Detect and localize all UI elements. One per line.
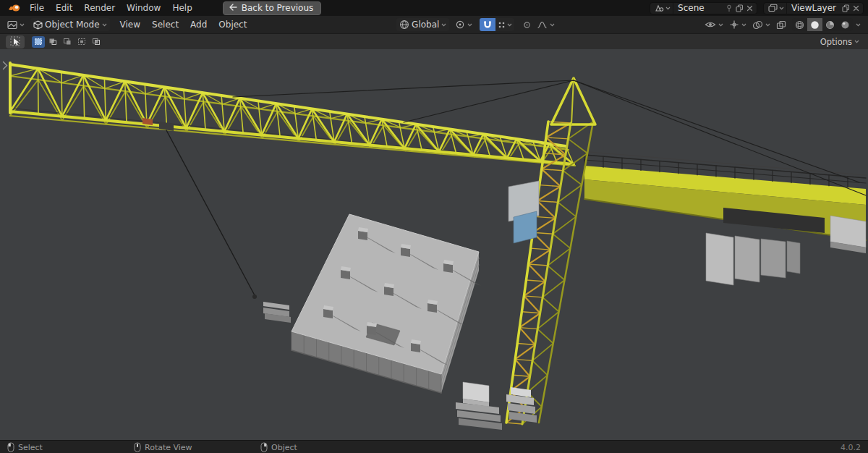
status-bar: Select Rotate View Object 4.0.2 bbox=[0, 440, 868, 453]
status-hint-object: Object bbox=[260, 442, 297, 452]
new-viewlayer-button[interactable] bbox=[841, 4, 851, 12]
back-to-previous-label: Back to Previous bbox=[242, 3, 314, 13]
back-icon bbox=[229, 4, 238, 12]
snapping-group bbox=[480, 18, 514, 31]
overlays-dropdown[interactable] bbox=[749, 18, 773, 31]
snap-settings-dropdown[interactable] bbox=[495, 18, 514, 31]
solid-sphere-icon bbox=[810, 20, 820, 30]
pivot-point-selector[interactable] bbox=[452, 18, 475, 31]
menu-add[interactable]: Add bbox=[184, 18, 213, 31]
pivot-icon bbox=[455, 20, 465, 30]
menu-select[interactable]: Select bbox=[146, 18, 184, 31]
select-mode-subtract-button[interactable] bbox=[61, 36, 74, 48]
menu-edit[interactable]: Edit bbox=[50, 1, 78, 14]
chevron-down-icon bbox=[741, 23, 746, 27]
menu-render[interactable]: Render bbox=[78, 1, 121, 14]
magnet-icon bbox=[483, 20, 492, 30]
viewport-editor-icon bbox=[7, 20, 17, 30]
xray-toggle[interactable] bbox=[773, 18, 789, 31]
rendered-sphere-icon bbox=[841, 20, 850, 30]
select-mode-intersect-button[interactable] bbox=[90, 36, 103, 48]
visibility-dropdown[interactable] bbox=[702, 18, 726, 31]
chevron-down-icon bbox=[665, 7, 671, 10]
scene-name[interactable]: Scene bbox=[673, 3, 724, 13]
viewport-3d-scene[interactable] bbox=[0, 49, 868, 440]
chevron-down-icon bbox=[854, 40, 859, 43]
object-mode-icon bbox=[33, 20, 43, 30]
viewlayer-name[interactable]: ViewLayer bbox=[787, 3, 841, 13]
menu-view[interactable]: View bbox=[114, 18, 146, 31]
gizmo-icon bbox=[729, 20, 739, 30]
xray-icon bbox=[776, 20, 786, 30]
crane-tower bbox=[506, 78, 595, 424]
status-hint-rotate-view: Rotate View bbox=[134, 442, 192, 452]
blender-menu-button[interactable] bbox=[4, 4, 24, 12]
viewlayer-browse-button[interactable] bbox=[766, 3, 787, 14]
proportional-editing-toggle[interactable] bbox=[520, 18, 534, 31]
select-mode-group bbox=[32, 36, 103, 48]
chevron-down-icon bbox=[441, 23, 446, 27]
shading-wireframe-button[interactable] bbox=[792, 18, 807, 31]
options-dropdown[interactable]: Options bbox=[817, 35, 862, 48]
overlays-icon bbox=[752, 20, 763, 30]
menu-window[interactable]: Window bbox=[121, 1, 166, 14]
scene-browse-button[interactable] bbox=[652, 3, 673, 14]
status-hint-label: Select bbox=[18, 443, 43, 452]
blender-logo-icon bbox=[8, 4, 20, 12]
viewport-3d[interactable] bbox=[0, 49, 868, 440]
hoist-cable bbox=[166, 130, 257, 299]
close-icon[interactable] bbox=[851, 5, 861, 12]
blender-window: File Edit Render Window Help Back to Pre… bbox=[0, 0, 868, 453]
falloff-selector[interactable] bbox=[534, 18, 558, 31]
blender-version: 4.0.2 bbox=[841, 443, 861, 452]
crane-jib bbox=[10, 63, 575, 166]
chevron-down-icon bbox=[765, 23, 770, 27]
select-box-cursor-icon bbox=[10, 36, 21, 47]
material-sphere-icon bbox=[825, 20, 835, 30]
eye-icon bbox=[705, 20, 716, 29]
menu-object[interactable]: Object bbox=[213, 18, 252, 31]
shading-solid-button[interactable] bbox=[807, 18, 822, 31]
orientation-selector[interactable]: Global bbox=[396, 18, 449, 31]
select-mode-set-button[interactable] bbox=[32, 36, 45, 48]
status-hint-select: Select bbox=[7, 442, 43, 452]
falloff-curve-icon bbox=[537, 21, 548, 29]
back-to-previous-button[interactable]: Back to Previous bbox=[223, 1, 322, 15]
mode-selector[interactable]: Object Mode bbox=[30, 18, 110, 31]
status-hint-label: Object bbox=[271, 443, 297, 452]
wireframe-sphere-icon bbox=[795, 20, 804, 30]
chevron-down-icon bbox=[779, 7, 784, 10]
mouse-middle-icon bbox=[134, 442, 141, 452]
viewlayer-icon bbox=[768, 4, 778, 12]
proportional-editing-icon bbox=[523, 21, 531, 29]
shading-rendered-button[interactable] bbox=[838, 18, 853, 31]
new-scene-button[interactable] bbox=[734, 4, 745, 12]
close-icon[interactable] bbox=[745, 5, 754, 12]
chevron-down-icon bbox=[467, 23, 472, 27]
select-mode-extend-button[interactable] bbox=[46, 36, 59, 48]
orientation-label: Global bbox=[412, 20, 439, 30]
tool-settings-bar: Options bbox=[0, 34, 868, 49]
menu-file[interactable]: File bbox=[24, 1, 50, 14]
chevron-down-icon bbox=[856, 23, 861, 27]
snap-settings-icon bbox=[498, 21, 506, 29]
chevron-down-icon bbox=[550, 23, 555, 27]
shading-material-button[interactable] bbox=[822, 18, 838, 31]
concrete-building bbox=[292, 214, 481, 393]
gizmos-dropdown[interactable] bbox=[726, 18, 749, 31]
toolbar-expand-arrow[interactable] bbox=[1, 61, 10, 71]
status-hint-label: Rotate View bbox=[145, 443, 192, 452]
options-label: Options bbox=[820, 37, 852, 47]
active-tool-select-box-button[interactable] bbox=[6, 35, 25, 48]
mouse-left-icon bbox=[7, 442, 14, 452]
select-mode-invert-button[interactable] bbox=[75, 36, 88, 48]
scene-icon bbox=[655, 4, 664, 12]
chevron-down-icon bbox=[718, 23, 723, 27]
snap-toggle[interactable] bbox=[480, 18, 495, 31]
editor-type-button[interactable] bbox=[4, 18, 27, 31]
pin-icon[interactable] bbox=[724, 4, 734, 12]
shading-modes bbox=[792, 18, 853, 31]
shading-dropdown[interactable] bbox=[853, 18, 864, 31]
globe-icon bbox=[399, 20, 409, 30]
menu-help[interactable]: Help bbox=[166, 1, 197, 14]
